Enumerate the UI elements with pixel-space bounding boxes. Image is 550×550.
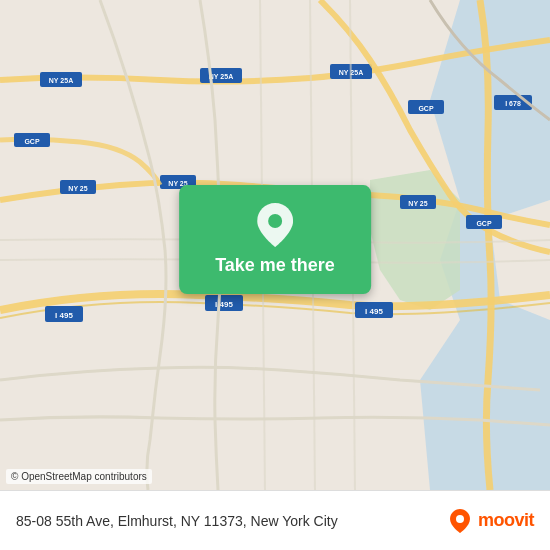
osm-attribution: © OpenStreetMap contributors — [6, 469, 152, 484]
take-me-there-label: Take me there — [215, 255, 335, 276]
svg-text:GCP: GCP — [24, 138, 40, 145]
take-me-there-button[interactable]: Take me there — [179, 185, 371, 294]
svg-point-28 — [268, 214, 282, 228]
location-pin-icon — [257, 203, 293, 247]
footer-bar: 85-08 55th Ave, Elmhurst, NY 11373, New … — [0, 490, 550, 550]
svg-text:NY 25: NY 25 — [68, 185, 87, 192]
svg-text:NY 25: NY 25 — [408, 200, 427, 207]
take-me-there-overlay: Take me there — [179, 185, 371, 294]
attribution-text: © OpenStreetMap contributors — [11, 471, 147, 482]
address-text: 85-08 55th Ave, Elmhurst, NY 11373, New … — [16, 513, 338, 529]
moovit-brand-text: moovit — [478, 510, 534, 531]
svg-text:GCP: GCP — [476, 220, 492, 227]
moovit-pin-icon — [446, 507, 474, 535]
svg-text:I 678: I 678 — [505, 100, 521, 107]
moovit-logo: moovit — [446, 507, 534, 535]
svg-text:GCP: GCP — [418, 105, 434, 112]
svg-point-29 — [456, 515, 464, 523]
svg-text:I 495: I 495 — [55, 311, 73, 320]
svg-text:I 495: I 495 — [365, 307, 383, 316]
map-container: I 495 I 495 I 495 NY 25A NY 25A NY 25A N… — [0, 0, 550, 490]
svg-text:NY 25A: NY 25A — [49, 77, 73, 84]
